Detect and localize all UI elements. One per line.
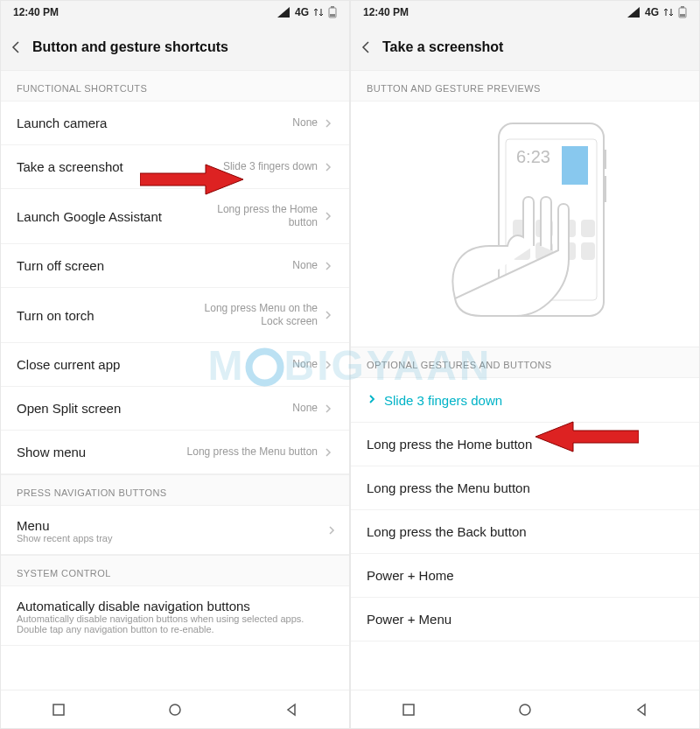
- section-header-options: OPTIONAL GESTURES AND BUTTONS: [351, 347, 699, 378]
- row-value: Slide 3 fingers down: [223, 160, 318, 173]
- nav-recents-icon[interactable]: [51, 702, 66, 718]
- row-value: Long press the Home button: [186, 203, 318, 229]
- status-time: 12:40 PM: [363, 6, 409, 18]
- preview-illustration: 6:23: [429, 115, 621, 333]
- option-long-press-menu[interactable]: Long press the Menu button: [351, 466, 699, 510]
- svg-rect-11: [604, 176, 606, 202]
- row-label: Launch Google Assistant: [17, 209, 186, 224]
- title-bar: Button and gesture shortcuts: [1, 24, 349, 71]
- svg-rect-3: [53, 704, 64, 715]
- page-title: Button and gesture shortcuts: [32, 39, 228, 55]
- option-label: Long press the Home button: [367, 437, 683, 452]
- svg-rect-10: [604, 150, 606, 169]
- svg-rect-7: [680, 14, 685, 17]
- back-icon[interactable]: [360, 40, 374, 54]
- row-value: None: [292, 259, 318, 272]
- nav-recents-icon[interactable]: [401, 702, 416, 718]
- row-label: Show menu: [17, 445, 187, 459]
- nav-bar: [351, 690, 699, 728]
- option-power-menu[interactable]: Power + Menu: [351, 598, 699, 641]
- row-label: Turn on torch: [17, 308, 186, 323]
- option-long-press-back[interactable]: Long press the Back button: [351, 510, 699, 554]
- row-value: Long press the Menu button: [187, 445, 318, 459]
- screen-right: 12:40 PM 4G Take a screenshot BUTTON AND…: [350, 0, 700, 729]
- option-label: Power + Menu: [367, 612, 683, 627]
- row-turn-off-screen[interactable]: Turn off screen None: [1, 244, 349, 288]
- row-menu-recent[interactable]: Menu Show recent apps tray: [1, 506, 349, 555]
- row-value: None: [292, 358, 318, 371]
- chevron-right-icon: [323, 118, 333, 129]
- svg-rect-20: [581, 242, 595, 260]
- row-turn-on-torch[interactable]: Turn on torch Long press Menu on the Loc…: [1, 288, 349, 343]
- title-bar: Take a screenshot: [351, 24, 699, 71]
- row-sub: Show recent apps tray: [17, 533, 333, 543]
- content-right: BUTTON AND GESTURE PREVIEWS 6:23: [351, 71, 699, 690]
- status-bar: 12:40 PM 4G: [1, 1, 349, 24]
- option-label: Long press the Menu button: [367, 480, 683, 495]
- row-launch-camera[interactable]: Launch camera None: [1, 102, 349, 145]
- battery-icon: [678, 6, 687, 18]
- signal-icon: [277, 7, 290, 18]
- back-icon[interactable]: [10, 40, 24, 54]
- row-label: Close current app: [17, 357, 292, 372]
- svg-rect-6: [681, 6, 684, 8]
- option-long-press-home[interactable]: Long press the Home button: [351, 423, 699, 466]
- option-label: Power + Home: [367, 568, 683, 583]
- page-title: Take a screenshot: [382, 39, 503, 55]
- section-header-preview: BUTTON AND GESTURE PREVIEWS: [351, 71, 699, 102]
- gesture-preview: 6:23: [351, 102, 699, 347]
- row-label: Take a screenshot: [17, 159, 223, 174]
- row-take-screenshot[interactable]: Take a screenshot Slide 3 fingers down: [1, 145, 349, 189]
- chevron-right-icon: [323, 447, 333, 458]
- row-close-app[interactable]: Close current app None: [1, 343, 349, 387]
- section-header-pressnav: PRESS NAVIGATION BUTTONS: [1, 474, 349, 506]
- battery-icon: [328, 6, 337, 18]
- chevron-right-icon: [367, 392, 377, 408]
- signal-icon: [627, 7, 640, 18]
- row-label: Automatically disable navigation buttons: [17, 599, 333, 613]
- row-split-screen[interactable]: Open Split screen None: [1, 387, 349, 431]
- svg-rect-1: [331, 6, 334, 8]
- chevron-right-icon: [323, 162, 333, 172]
- svg-rect-2: [330, 14, 335, 17]
- nav-home-icon[interactable]: [517, 702, 533, 718]
- status-right: 4G: [277, 6, 337, 18]
- row-label: Launch camera: [17, 116, 292, 130]
- nav-bar: [1, 690, 349, 728]
- option-label: Long press the Back button: [367, 524, 683, 539]
- row-launch-assistant[interactable]: Launch Google Assistant Long press the H…: [1, 189, 349, 244]
- content-left: FUNCTIONAL SHORTCUTS Launch camera None …: [1, 71, 349, 690]
- chevron-right-icon: [323, 211, 333, 221]
- preview-time: 6:23: [516, 147, 550, 166]
- section-header-functional: FUNCTIONAL SHORTCUTS: [1, 71, 349, 102]
- data-arrows-icon: [314, 7, 323, 18]
- network-label: 4G: [645, 6, 659, 18]
- row-label: Turn off screen: [17, 258, 292, 273]
- screen-left: 12:40 PM 4G Button and gesture shortcuts…: [0, 0, 350, 729]
- row-show-menu[interactable]: Show menu Long press the Menu button: [1, 431, 349, 474]
- option-slide-3-fingers[interactable]: Slide 3 fingers down: [351, 378, 699, 423]
- status-time: 12:40 PM: [13, 6, 59, 18]
- option-power-home[interactable]: Power + Home: [351, 554, 699, 598]
- row-sub: Automatically disable navigation buttons…: [17, 613, 333, 634]
- chevron-right-icon: [323, 310, 333, 320]
- section-header-system: SYSTEM CONTROL: [1, 555, 349, 586]
- nav-back-icon[interactable]: [634, 702, 649, 718]
- option-label: Slide 3 fingers down: [384, 393, 683, 408]
- row-value: None: [292, 116, 318, 130]
- row-label: Menu: [17, 518, 333, 533]
- row-value: None: [292, 402, 318, 415]
- nav-back-icon[interactable]: [284, 702, 299, 718]
- row-label: Open Split screen: [17, 401, 292, 416]
- svg-rect-12: [562, 146, 588, 185]
- svg-point-4: [170, 704, 180, 715]
- chevron-right-icon: [326, 525, 337, 536]
- data-arrows-icon: [664, 7, 673, 18]
- nav-home-icon[interactable]: [167, 702, 183, 718]
- network-label: 4G: [295, 6, 309, 18]
- svg-rect-16: [581, 220, 595, 237]
- svg-rect-21: [403, 704, 414, 715]
- chevron-right-icon: [323, 403, 333, 414]
- row-auto-disable-nav[interactable]: Automatically disable navigation buttons…: [1, 586, 349, 646]
- row-value: Long press Menu on the Lock screen: [186, 302, 318, 328]
